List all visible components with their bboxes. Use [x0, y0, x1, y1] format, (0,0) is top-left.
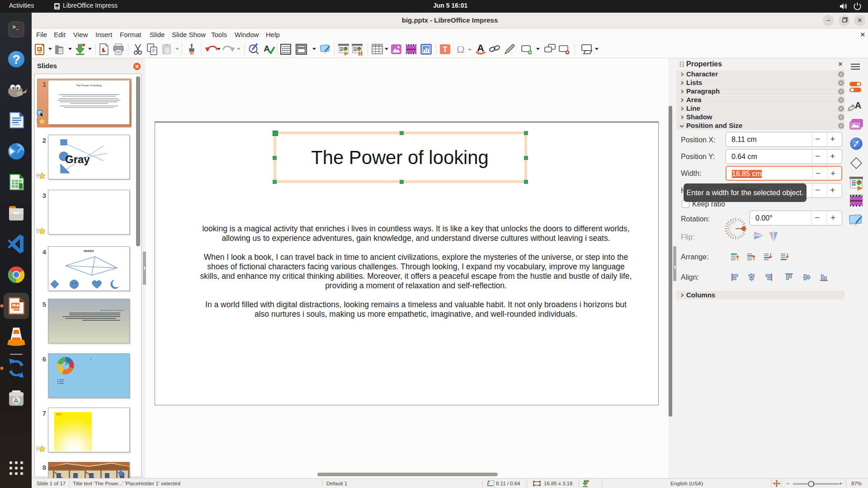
svg-text:#####: #####: [84, 249, 94, 253]
svg-text:Background and Development: Background and Development: [100, 309, 125, 311]
svg-text:>_: >_: [12, 24, 19, 31]
svg-text:A: A: [855, 100, 861, 110]
svg-text:T: T: [443, 45, 448, 54]
svg-text:Ω: Ω: [457, 43, 465, 55]
svg-text:?: ?: [12, 52, 20, 66]
svg-text:Gray: Gray: [65, 153, 90, 165]
svg-text:A: A: [477, 42, 484, 54]
